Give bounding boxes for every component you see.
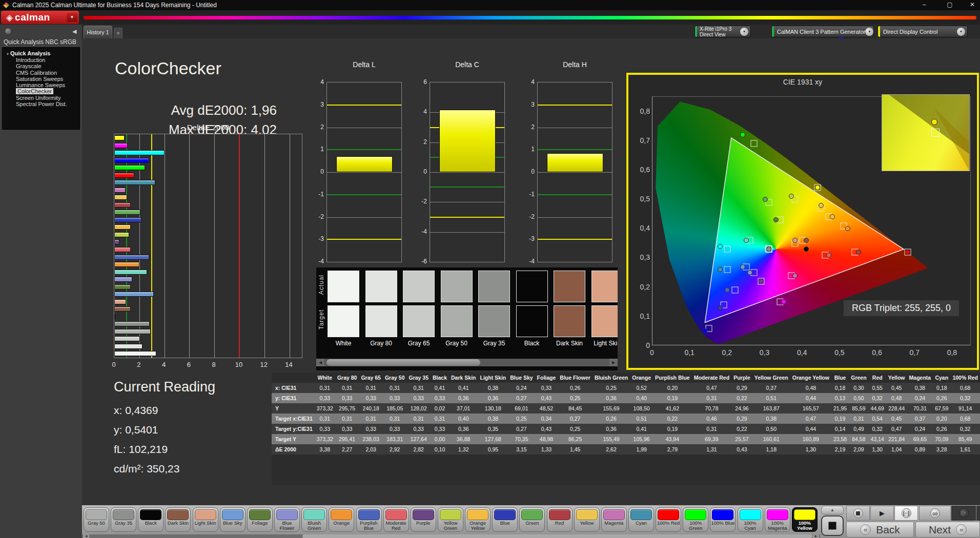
column-header: White	[315, 373, 335, 383]
calman-app-window: Calman 2025 Calman Ultimate for Business…	[0, 0, 980, 538]
back-button[interactable]: «Back	[846, 522, 914, 537]
cie-x-tick: 0	[650, 348, 654, 357]
pattern-button-purple[interactable]: Purple	[411, 507, 436, 532]
pattern-button-100-yellow[interactable]: 100% Yellow	[792, 507, 818, 532]
pattern-button-cyan[interactable]: Cyan	[628, 507, 654, 532]
scroll-right-icon[interactable]: ▶	[813, 534, 819, 538]
sidebar-item-colorchecker[interactable]: ColorChecker	[3, 88, 79, 94]
calman-logo-button[interactable]: ◈ calman ▼	[1, 11, 79, 24]
pattern-button-red[interactable]: Red	[547, 507, 573, 532]
add-tab-button[interactable]: +	[114, 28, 122, 38]
column-header: Gray 50	[383, 373, 407, 383]
pattern-button-purplish-blue[interactable]: Purplish Blue	[356, 507, 382, 532]
pattern-button-orange[interactable]: Orange	[329, 507, 354, 532]
stop-button[interactable]	[846, 506, 870, 521]
sidebar-item-spectral-power-dist-[interactable]: Spectral Power Dist.	[3, 101, 79, 107]
target-marker-100-cyan	[724, 246, 731, 253]
row-label: Target y:CIE31	[272, 424, 315, 434]
pattern-button-moderate-red[interactable]: Moderate Red	[383, 507, 409, 532]
target-swatch-gray-50	[441, 305, 473, 337]
table-cell: 0,38	[478, 413, 508, 424]
pattern-button-light-skin[interactable]: Light Skin	[193, 507, 218, 532]
stop-icon	[853, 508, 863, 518]
swatch-label: Gray 65	[402, 340, 435, 347]
sidebar-item-grayscale[interactable]: Grayscale	[3, 63, 79, 69]
pattern-button-bluish-green[interactable]: Bluish Green	[301, 507, 327, 532]
tab-history-1[interactable]: History 1	[84, 26, 112, 38]
sidebar-item-screen-uniformity[interactable]: Screen Uniformity	[3, 95, 79, 101]
pattern-button-gray-35[interactable]: Gray 35	[111, 507, 136, 532]
pattern-button-100-green[interactable]: 100% Green	[683, 507, 708, 532]
sidebar-item-saturation-sweeps[interactable]: Saturation Sweeps	[3, 76, 79, 82]
pattern-button-blue-sky[interactable]: Blue Sky	[220, 507, 246, 532]
pattern-button-100-magenta[interactable]: 100% Magenta	[765, 507, 790, 532]
pattern-button-100-cyan[interactable]: 100% Cyan	[738, 507, 763, 532]
table-cell: 0,43	[535, 393, 558, 403]
minimize-button[interactable]: –	[915, 0, 933, 10]
scroll-left-icon[interactable]: ◀	[83, 534, 89, 538]
sidebar-item-cms-calibration[interactable]: CMS Calibration	[3, 70, 79, 76]
measure-icon: [··]	[902, 508, 911, 518]
pattern-button-yellow[interactable]: Yellow	[574, 507, 600, 532]
pattern-button-blue[interactable]: Blue	[492, 507, 518, 532]
sidebar-collapse-icon[interactable]: ◀	[72, 28, 76, 35]
de-bar-blue	[114, 217, 141, 222]
pattern-button-orange-yellow[interactable]: Orange Yellow	[465, 507, 491, 532]
logo-menu-chevron-icon[interactable]: ▼	[67, 13, 77, 22]
table-cell: 0,14	[831, 424, 849, 434]
limit-line	[538, 149, 612, 150]
sidebar-dot-button[interactable]	[5, 28, 12, 35]
continuous-measure-button[interactable]: ∞	[919, 506, 951, 521]
scroll-right-icon[interactable]: ▶	[609, 359, 618, 366]
play-button[interactable]: ▶	[870, 506, 894, 521]
pattern-button-magenta[interactable]: Magenta	[601, 507, 627, 532]
table-cell: 0,31	[359, 383, 383, 393]
scrollbar-thumb[interactable]	[302, 534, 812, 538]
record-button[interactable]: ●	[976, 506, 980, 521]
pattern-generator-dropdown[interactable]: CalMAN Client 3 Pattern Generator ▼	[771, 26, 874, 37]
pattern-button-dark-skin[interactable]: Dark Skin	[165, 507, 191, 532]
de-bar-blue-sky	[114, 292, 154, 297]
refresh-button[interactable]: ⟳	[951, 506, 976, 521]
rgb-triplet-readout: RGB Triplet: 255, 255, 0	[844, 300, 959, 316]
table-cell: 373,32	[315, 434, 335, 444]
pattern-button-foliage[interactable]: Foliage	[247, 507, 273, 532]
meter-select-dropdown[interactable]: X-Rite i1Pro 3Direct View ▼	[695, 26, 751, 37]
single-measure-button[interactable]: [··]	[894, 506, 918, 521]
table-cell: 67,59	[933, 403, 950, 413]
table-cell: 0,38	[752, 413, 790, 424]
pattern-button-100-red[interactable]: 100% Red	[656, 507, 681, 532]
close-button[interactable]: ✕	[964, 0, 980, 10]
sidebar-item-introduction[interactable]: Introduction	[3, 57, 79, 63]
pattern-window-eject-button[interactable]: ▲	[821, 506, 844, 514]
pattern-button-blue-flower[interactable]: Blue Flower	[274, 507, 300, 532]
pattern-strip-scrollbar[interactable]: ◀ ▶	[82, 534, 820, 538]
display-control-dropdown[interactable]: Direct Display Control ▼	[877, 26, 968, 37]
swatch-row-label-target: Target	[318, 309, 325, 329]
pattern-label: Foliage	[248, 521, 272, 526]
y-tick: -2	[311, 213, 324, 220]
column-header: Gray 35	[406, 373, 431, 383]
tree-root-quick-analysis[interactable]: ▾Quick Analysis	[3, 50, 79, 57]
table-cell: 0,25	[593, 383, 630, 393]
swatch-scrollbar[interactable]: ◀ ▶	[316, 359, 618, 366]
pattern-button-100-blue[interactable]: 100% Blue	[710, 507, 736, 532]
pattern-button-gray-50[interactable]: Gray 50	[84, 507, 109, 532]
pattern-swatch	[630, 509, 652, 520]
maximize-button[interactable]: ▢	[941, 0, 958, 10]
pattern-button-black[interactable]: Black	[138, 507, 164, 532]
pattern-button-green[interactable]: Green	[519, 507, 545, 532]
table-cell: 1,45	[558, 444, 593, 454]
table-cell: 0,22	[653, 413, 692, 424]
table-cell: 0,31	[315, 383, 335, 393]
scroll-left-icon[interactable]: ◀	[316, 359, 324, 366]
next-button[interactable]: Next»	[915, 522, 980, 537]
pattern-label: 100% Blue	[710, 521, 735, 526]
sidebar-item-luminance-sweeps[interactable]: Luminance Sweeps	[3, 82, 79, 88]
pattern-window-button[interactable]	[821, 515, 844, 536]
pattern-button-yellow-green[interactable]: Yellow Green	[438, 507, 463, 532]
table-cell: 0,33	[406, 424, 431, 434]
back-label: Back	[876, 524, 900, 536]
scrollbar-thumb[interactable]	[326, 359, 480, 366]
pattern-label: Dark Skin	[166, 521, 190, 526]
